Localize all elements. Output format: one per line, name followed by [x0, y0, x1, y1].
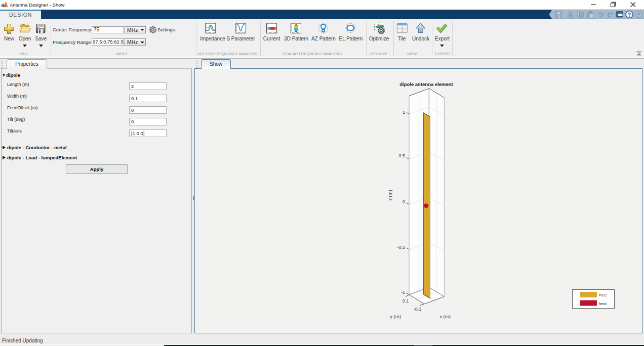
- svg-text:1: 1: [402, 110, 405, 115]
- svg-text:x (m): x (m): [439, 314, 451, 319]
- svg-text:dipole antenna element: dipole antenna element: [399, 81, 453, 87]
- svg-text:PEC: PEC: [599, 293, 608, 297]
- svg-text:-0.1: -0.1: [414, 307, 422, 312]
- svg-text:-1: -1: [401, 290, 405, 295]
- svg-text:0.1: 0.1: [402, 298, 409, 304]
- svg-text:0: 0: [402, 199, 405, 204]
- svg-text:y (m): y (m): [390, 314, 401, 319]
- svg-text:-0.5: -0.5: [397, 245, 405, 250]
- svg-text:feed: feed: [599, 301, 607, 306]
- svg-text:0.5: 0.5: [398, 153, 405, 158]
- svg-text:?: ?: [628, 12, 631, 18]
- svg-text:z (m): z (m): [387, 190, 393, 201]
